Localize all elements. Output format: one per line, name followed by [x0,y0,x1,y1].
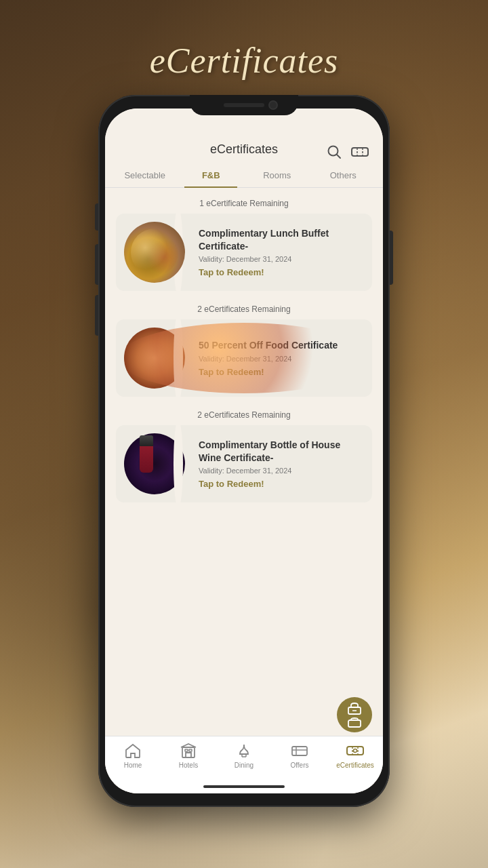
hotels-icon [180,742,197,760]
volume-up-button [95,244,98,285]
screen: eCertificates [105,108,383,793]
cert-card-1[interactable]: Complimentary Lunch Buffet Certificate- … [116,214,372,291]
cert-image-3 [124,433,185,494]
tab-fnb[interactable]: F&B [178,163,245,187]
svg-rect-9 [189,749,192,751]
ticket-button[interactable] [350,142,369,161]
cert-info-1: Complimentary Lunch Buffet Certificate- … [195,219,372,285]
offers-icon [291,742,308,760]
nav-ecertificates-label: eCertificates [336,762,374,769]
nav-offers-label: Offers [290,762,308,769]
tab-selectable[interactable]: Selectable [112,163,178,187]
section2-remaining: 2 eCertificates Remaining [116,294,372,319]
cert-validity-3: Validity: December 31, 2024 [199,467,364,475]
nav-home-label: Home [124,762,142,769]
svg-rect-6 [348,720,361,727]
nav-hotels[interactable]: Hotels [161,742,216,769]
section3-remaining: 2 eCertificates Remaining [116,399,372,425]
mute-button [95,203,98,231]
tab-others[interactable]: Others [310,163,377,187]
cert-card-3[interactable]: Complimentary Bottle of House Wine Certi… [116,425,372,502]
svg-point-15 [354,749,357,753]
cert-name-3: Complimentary Bottle of House Wine Certi… [199,439,364,463]
cert-image-1 [124,222,185,283]
nav-home[interactable]: Home [105,742,161,769]
section1-remaining: 1 eCertificate Remaining [116,188,372,214]
cert-card-2[interactable]: 50 Percent Off Food Certificate Validity… [116,319,372,397]
app-header: eCertificates [105,108,383,163]
power-button [390,231,393,285]
nav-ecertificates[interactable]: eCertificates [327,742,383,769]
cert-info-3: Complimentary Bottle of House Wine Certi… [195,431,372,496]
tabs-bar: Selectable F&B Rooms Others [105,163,383,188]
speaker [224,103,264,107]
nav-dining[interactable]: Dining [216,742,272,769]
camera [268,100,278,110]
page-background-title: eCertificates [0,41,488,81]
cert-image-2 [124,328,185,389]
svg-rect-11 [292,747,307,755]
search-button[interactable] [325,142,344,161]
notch [190,95,298,115]
svg-line-1 [337,155,340,158]
phone-frame: eCertificates [98,95,390,807]
svg-rect-2 [352,148,368,156]
cert-redeem-1[interactable]: Tap to Redeem! [199,267,364,277]
nav-hotels-label: Hotels [179,762,198,769]
tab-rooms[interactable]: Rooms [244,163,310,187]
svg-rect-8 [185,749,188,751]
header-title: eCertificates [210,142,278,157]
header-icons [325,142,369,161]
ecertificates-icon [346,742,364,760]
cert-name-1: Complimentary Lunch Buffet Certificate- [199,227,364,252]
dining-icon [235,742,253,760]
cert-validity-1: Validity: December 31, 2024 [199,255,364,263]
home-bar [203,785,285,788]
svg-rect-14 [347,747,363,755]
cert-redeem-3[interactable]: Tap to Redeem! [199,479,364,489]
nav-dining-label: Dining [235,762,253,769]
fab-button[interactable] [337,697,372,732]
nav-offers[interactable]: Offers [272,742,327,769]
volume-down-button [95,295,98,336]
home-icon [124,742,142,760]
